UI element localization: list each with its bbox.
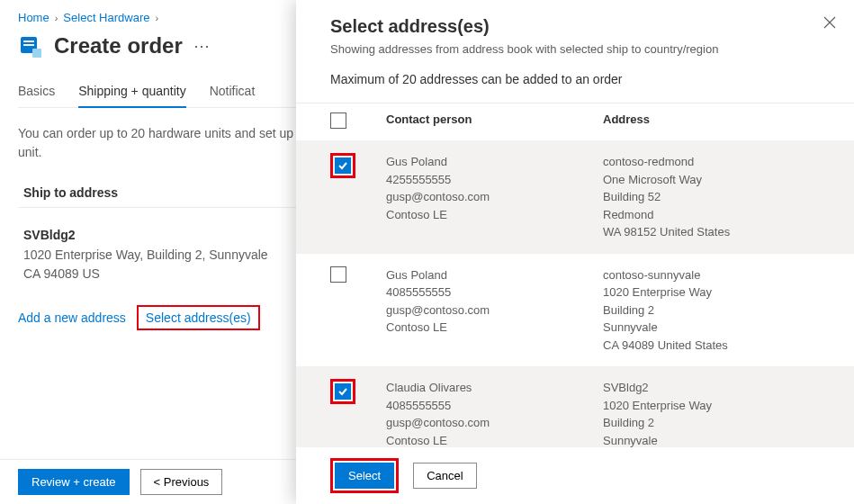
contact-name: Gus Poland [386, 153, 603, 171]
select-all-checkbox[interactable] [330, 112, 346, 129]
breadcrumb-select-hardware[interactable]: Select Hardware [63, 11, 149, 24]
tab-basics[interactable]: Basics [18, 78, 55, 107]
breadcrumb-sep: › [55, 13, 58, 23]
column-address: Address [603, 112, 820, 131]
select-addresses-highlight: Select address(es) [137, 305, 260, 330]
tab-notification[interactable]: Notificat [210, 78, 256, 107]
address-city: Sunnyvale [603, 319, 820, 337]
order-icon [18, 33, 43, 58]
address-building: Building 52 [603, 188, 820, 206]
checkbox-highlight [330, 379, 355, 404]
review-create-button[interactable]: Review + create [18, 469, 130, 495]
contact-phone: 4085555555 [386, 284, 603, 302]
cancel-button[interactable]: Cancel [413, 463, 476, 489]
address-label: contoso-redmond [603, 153, 820, 171]
checkbox-highlight [330, 153, 355, 178]
panel-note: Maximum of 20 addresses can be added to … [296, 68, 854, 103]
contact-company: Contoso LE [386, 206, 603, 224]
contact-phone: 4255555555 [386, 171, 603, 189]
tab-shipping-quantity[interactable]: Shipping + quantity [78, 78, 185, 107]
address-street: 1020 Enterprise Way [603, 397, 820, 415]
address-building: Building 2 [603, 302, 820, 320]
svg-rect-3 [32, 49, 41, 58]
breadcrumb-home[interactable]: Home [18, 11, 49, 24]
svg-rect-1 [23, 40, 34, 42]
select-button-highlight: Select [330, 458, 399, 493]
address-table: Contact person Address Gus Poland 425555… [296, 103, 854, 447]
row-checkbox[interactable] [335, 383, 351, 400]
address-region: WA 98152 United States [603, 223, 820, 241]
panel-footer: Select Cancel [296, 447, 854, 504]
address-building: Building 2 [603, 414, 820, 432]
contact-company: Contoso LE [386, 432, 603, 448]
more-button[interactable]: ⋯ [193, 36, 211, 56]
add-new-address-link[interactable]: Add a new address [18, 310, 126, 325]
contact-email: gusp@contoso.com [386, 302, 603, 320]
panel-subtitle: Showing addresses from address book with… [330, 42, 829, 56]
table-row[interactable]: Gus Poland 4085555555 gusp@contoso.com C… [296, 254, 854, 367]
contact-email: gusp@contoso.com [386, 188, 603, 206]
close-icon[interactable] [823, 16, 836, 32]
contact-company: Contoso LE [386, 319, 603, 337]
address-city: Sunnyvale [603, 432, 820, 448]
row-checkbox[interactable] [330, 266, 346, 283]
contact-email: gusp@contoso.com [386, 414, 603, 432]
row-checkbox[interactable] [335, 158, 351, 174]
address-street: One Microsoft Way [603, 171, 820, 189]
contact-phone: 4085555555 [386, 397, 603, 415]
address-region: CA 94089 United States [603, 337, 820, 355]
table-row[interactable]: Gus Poland 4255555555 gusp@contoso.com C… [296, 140, 854, 254]
address-city: Redmond [603, 206, 820, 224]
address-label: SVBldg2 [603, 379, 820, 397]
table-row[interactable]: Claudia Olivares 4085555555 gusp@contoso… [296, 366, 854, 447]
breadcrumb-sep: › [155, 13, 158, 23]
previous-button[interactable]: < Previous [140, 469, 223, 495]
page-title: Create order [54, 33, 183, 58]
contact-name: Gus Poland [386, 266, 603, 284]
select-addresses-panel: Select address(es) Showing addresses fro… [296, 0, 854, 504]
svg-rect-2 [23, 44, 34, 46]
panel-title: Select address(es) [330, 16, 829, 37]
address-label: contoso-sunnyvale [603, 266, 820, 284]
select-addresses-link[interactable]: Select address(es) [146, 310, 251, 325]
select-button[interactable]: Select [335, 463, 394, 489]
address-street: 1020 Enterprise Way [603, 284, 820, 302]
contact-name: Claudia Olivares [386, 379, 603, 397]
column-contact-person: Contact person [386, 112, 603, 131]
